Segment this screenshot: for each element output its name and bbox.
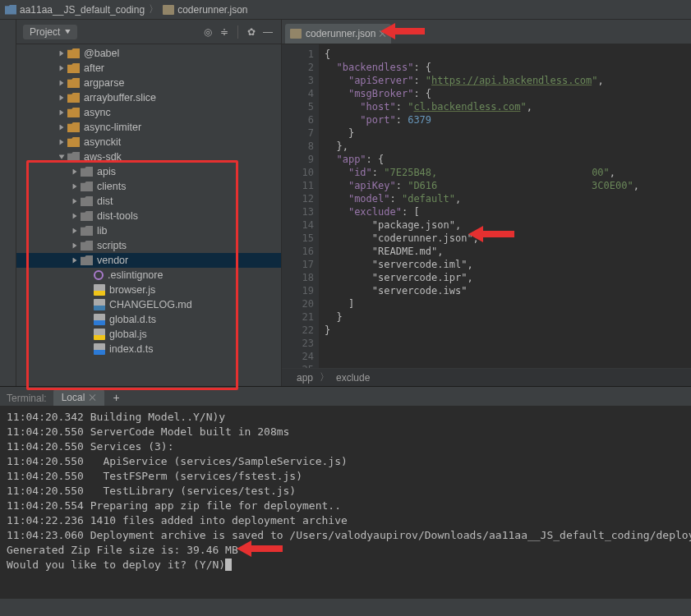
chevron-right-icon bbox=[72, 258, 78, 264]
tree-item-vendor[interactable]: vendor bbox=[16, 253, 281, 268]
json-file-icon bbox=[163, 5, 174, 15]
file-purple-icon bbox=[94, 270, 104, 280]
code-line-9: }, bbox=[325, 140, 691, 153]
chevron-right-icon bbox=[72, 243, 78, 249]
settings-icon[interactable]: ✿ bbox=[245, 25, 258, 39]
terminal-line: 11:04:23.060 Deployment archive is saved… bbox=[7, 528, 684, 543]
tree-item-asynckit[interactable]: asynckit bbox=[16, 135, 281, 149]
tree-item-argparse[interactable]: argparse bbox=[16, 76, 281, 90]
folder-orange-icon bbox=[67, 108, 80, 117]
terminal-line: Generated Zip File size is: 39.46 MB bbox=[7, 543, 684, 558]
folder-orange-icon bbox=[67, 137, 80, 147]
chevron-right-icon bbox=[72, 184, 78, 190]
tree-item-async-limiter[interactable]: async-limiter bbox=[16, 120, 281, 135]
tree-item-after[interactable]: after bbox=[16, 61, 281, 76]
editor-tab-coderunner[interactable]: coderunner.json bbox=[285, 24, 391, 44]
tree-item-global-js[interactable]: global.js bbox=[16, 327, 281, 342]
terminal-line: 11:04:20.550 TestLibrary (services/test.… bbox=[7, 484, 684, 499]
tree-item-async[interactable]: async bbox=[16, 105, 281, 120]
code-line-25: } bbox=[325, 324, 691, 337]
file-js-icon bbox=[94, 284, 105, 296]
folder-grey-icon bbox=[81, 167, 93, 177]
chevron-down-icon bbox=[59, 154, 65, 160]
terminal-line: 11:04:20.550 Services (3): bbox=[7, 439, 684, 454]
editor-breadcrumb[interactable]: app 〉 exclude bbox=[282, 368, 691, 386]
tree-item-browser-js[interactable]: browser.js bbox=[16, 283, 281, 297]
editor-code[interactable]: { "backendless": { "apiServer": "https:/… bbox=[320, 44, 691, 368]
tree-item-arraybuffer-slice[interactable]: arraybuffer.slice bbox=[16, 90, 281, 105]
folder-orange-icon bbox=[67, 63, 80, 73]
locate-icon[interactable]: ◎ bbox=[201, 25, 214, 39]
code-line-19: "README.md", bbox=[325, 245, 691, 258]
code-line-15: "exclude": [ bbox=[325, 205, 691, 218]
code-line-1: { bbox=[325, 48, 691, 61]
tree-item-label: scripts bbox=[97, 238, 127, 253]
tree-item--eslintignore[interactable]: .eslintignore bbox=[16, 268, 281, 283]
tree-item-label: dist-tools bbox=[97, 209, 138, 223]
hide-panel-icon[interactable]: — bbox=[261, 25, 274, 39]
tree-item--babel[interactable]: @babel bbox=[16, 46, 281, 61]
project-selector[interactable]: Project bbox=[23, 25, 77, 39]
left-tool-rail bbox=[0, 20, 16, 386]
breadcrumb-project[interactable]: aa11aa__JS_default_coding bbox=[5, 4, 145, 16]
close-icon[interactable] bbox=[90, 394, 96, 401]
tree-item-global-d-ts[interactable]: global.d.ts bbox=[16, 312, 281, 327]
chevron-right-icon bbox=[59, 110, 65, 116]
chevron-right-icon: 〉 bbox=[147, 2, 160, 16]
close-icon[interactable] bbox=[380, 30, 386, 37]
terminal-line: 11:04:20.550 ServerCode Model built in 2… bbox=[7, 425, 684, 439]
tree-item-clients[interactable]: clients bbox=[16, 179, 281, 194]
folder-orange-icon bbox=[67, 122, 80, 132]
file-ts-icon bbox=[94, 314, 105, 325]
chevron-right-icon bbox=[72, 214, 78, 219]
tree-item-label: async-limiter bbox=[84, 120, 141, 135]
tree-item-changelog-md[interactable]: CHANGELOG.md bbox=[16, 297, 281, 312]
code-line-7: "port": 6379 bbox=[325, 113, 691, 126]
tree-item-label: argparse bbox=[84, 76, 124, 90]
editor-area: coderunner.json 123456789101112131415161… bbox=[282, 20, 691, 386]
terminal-add-button[interactable] bbox=[104, 389, 127, 406]
tree-item-label: arraybuffer.slice bbox=[84, 90, 156, 105]
code-line-13: "apiKey": "D616 3C0E00", bbox=[325, 179, 691, 192]
folder-orange-icon bbox=[67, 48, 80, 58]
code-line-20: "servercode.iml", bbox=[325, 258, 691, 271]
terminal-tab-label: Local bbox=[62, 392, 85, 403]
code-line-24: } bbox=[325, 310, 691, 324]
tree-item-label: vendor bbox=[97, 253, 128, 268]
terminal-output[interactable]: 11:04:20.342 Building Model..Y/N)y11:04:… bbox=[0, 407, 691, 598]
terminal-line: 11:04:20.342 Building Model..Y/N)y bbox=[7, 410, 684, 425]
plus-icon bbox=[113, 391, 119, 404]
chevron-right-icon bbox=[59, 66, 65, 71]
code-line-17: "package.json", bbox=[325, 218, 691, 232]
tree-item-scripts[interactable]: scripts bbox=[16, 238, 281, 253]
tree-item-dist-tools[interactable]: dist-tools bbox=[16, 209, 281, 223]
breadcrumb-file[interactable]: coderunner.json bbox=[163, 4, 247, 16]
tree-item-index-d-ts[interactable]: index.d.ts bbox=[16, 342, 281, 356]
project-panel-title: Project bbox=[30, 26, 60, 38]
editor-tab-label: coderunner.json bbox=[306, 28, 375, 39]
code-line-23: ] bbox=[325, 297, 691, 310]
terminal-panel: Terminal: Local 11:04:20.342 Building Mo… bbox=[0, 386, 691, 598]
chevron-right-icon bbox=[59, 80, 65, 86]
file-js-icon bbox=[94, 329, 105, 340]
tree-item-aws-sdk[interactable]: aws-sdk bbox=[16, 149, 281, 164]
status-bar bbox=[0, 598, 691, 616]
terminal-cursor bbox=[225, 559, 232, 571]
terminal-line: Would you like to deploy it? (Y/N) bbox=[7, 558, 684, 572]
breadcrumb-project-label: aa11aa__JS_default_coding bbox=[20, 4, 145, 16]
tree-item-dist[interactable]: dist bbox=[16, 194, 281, 209]
tree-item-lib[interactable]: lib bbox=[16, 223, 281, 238]
folder-orange-icon bbox=[67, 78, 80, 88]
collapse-icon[interactable]: ≑ bbox=[218, 25, 231, 39]
chevron-right-icon bbox=[72, 169, 78, 175]
folder-grey-icon bbox=[81, 241, 93, 251]
tree-item-label: global.d.ts bbox=[109, 312, 156, 327]
tree-item-label: browser.js bbox=[109, 283, 155, 297]
tree-item-apis[interactable]: apis bbox=[16, 164, 281, 179]
code-line-5: "msgBroker": { bbox=[325, 87, 691, 100]
project-tree[interactable]: @babelafterargparsearraybuffer.sliceasyn… bbox=[16, 44, 281, 386]
terminal-tab-local[interactable]: Local bbox=[53, 389, 105, 406]
folder-grey-icon bbox=[67, 152, 80, 162]
code-line-3: "apiServer": "https://api.backendless.co… bbox=[325, 74, 691, 87]
folder-grey-icon bbox=[81, 226, 93, 236]
